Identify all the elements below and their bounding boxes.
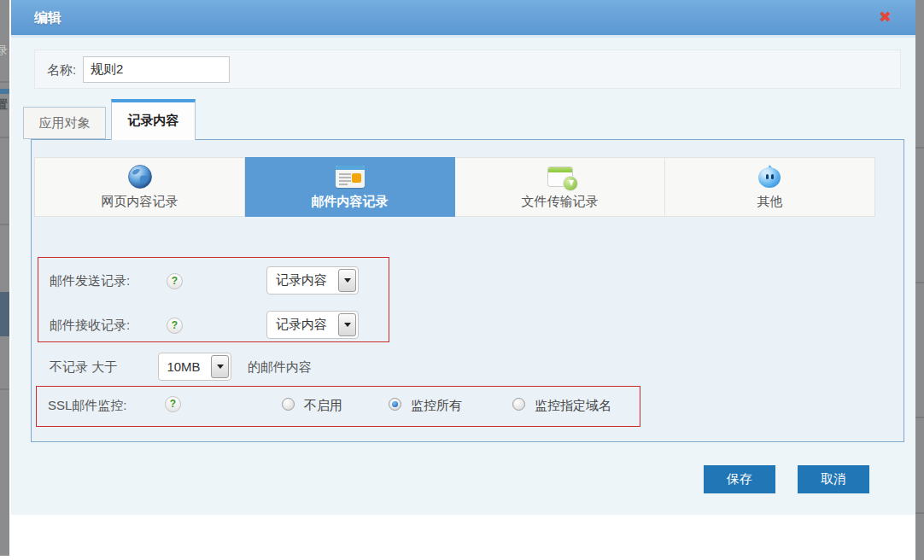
background-page-right-strip bbox=[915, 0, 924, 560]
help-icon[interactable]: ? bbox=[165, 396, 181, 412]
mail-send-dropdown-value: 记录内容 bbox=[267, 267, 336, 294]
dialog-title: 编辑 bbox=[34, 9, 61, 27]
screen: 录 置 编辑 ✖ 名称: 应用对象 记录内容 bbox=[0, 0, 924, 560]
icon-tab-label: 其他 bbox=[757, 194, 783, 210]
background-selected-row bbox=[0, 292, 9, 336]
cancel-button[interactable]: 取消 bbox=[798, 465, 869, 493]
dialog-titlebar: 编辑 ✖ bbox=[11, 0, 915, 38]
mail-receive-dropdown[interactable]: 记录内容 bbox=[266, 311, 359, 339]
background-divider bbox=[0, 388, 9, 390]
background-divider bbox=[915, 512, 924, 514]
size-limit-dropdown[interactable]: 10MB bbox=[158, 353, 231, 381]
chevron-down-icon[interactable] bbox=[338, 313, 356, 336]
ssl-monitor-label: SSL邮件监控: bbox=[48, 398, 127, 414]
chat-bubble-icon bbox=[758, 161, 782, 192]
icon-tab-label: 网页内容记录 bbox=[102, 194, 178, 210]
edit-dialog: 编辑 ✖ 名称: 应用对象 记录内容 bbox=[11, 0, 915, 515]
mail-icon bbox=[336, 161, 365, 192]
chevron-down-icon[interactable] bbox=[338, 269, 356, 292]
icon-tab-file-transfer[interactable]: 文件传输记录 bbox=[455, 157, 665, 217]
background-page-left-strip: 录 置 bbox=[0, 0, 9, 556]
name-input[interactable] bbox=[83, 56, 230, 83]
background-divider bbox=[0, 81, 9, 83]
background-divider bbox=[0, 224, 9, 225]
background-divider bbox=[915, 282, 924, 283]
globe-icon bbox=[126, 161, 154, 192]
radio-ssl-monitor-all-label[interactable]: 监控所有 bbox=[411, 398, 462, 414]
tab-record-content[interactable]: 记录内容 bbox=[111, 99, 196, 140]
mail-receive-dropdown-value: 记录内容 bbox=[267, 312, 336, 338]
help-icon[interactable]: ? bbox=[167, 318, 183, 334]
background-text-fragment: 录 bbox=[0, 43, 8, 58]
save-button[interactable]: 保存 bbox=[704, 465, 775, 493]
icon-tab-label: 文件传输记录 bbox=[522, 194, 599, 210]
background-divider bbox=[915, 147, 924, 149]
radio-ssl-disabled-label[interactable]: 不启用 bbox=[304, 398, 342, 414]
icon-tab-other[interactable]: 其他 bbox=[665, 157, 875, 217]
size-rule-suffix: 的邮件内容 bbox=[248, 359, 312, 376]
icon-tab-mail-content[interactable]: 邮件内容记录 bbox=[245, 157, 455, 217]
mail-send-dropdown[interactable]: 记录内容 bbox=[266, 266, 359, 295]
radio-ssl-monitor-domains[interactable] bbox=[512, 398, 525, 411]
radio-ssl-monitor-domains-label[interactable]: 监控指定域名 bbox=[535, 398, 611, 414]
tab-apply-target[interactable]: 应用对象 bbox=[23, 107, 106, 139]
name-label: 名称: bbox=[47, 62, 76, 79]
name-panel: 名称: bbox=[34, 50, 901, 89]
background-text-fragment: 置 bbox=[0, 97, 8, 113]
chevron-down-icon[interactable] bbox=[211, 355, 229, 378]
background-divider bbox=[915, 417, 924, 418]
record-type-tabbar: 网页内容记录 邮件内容记录 文件传输记录 其他 bbox=[34, 157, 875, 217]
mail-receive-label: 邮件接收记录: bbox=[50, 318, 130, 334]
size-rule-prefix: 不记录 大于 bbox=[50, 359, 117, 376]
file-transfer-icon bbox=[547, 161, 573, 192]
close-icon[interactable]: ✖ bbox=[879, 9, 892, 26]
help-icon[interactable]: ? bbox=[167, 273, 183, 289]
mail-send-label: 邮件发送记录: bbox=[50, 273, 130, 289]
icon-tab-label: 邮件内容记录 bbox=[312, 194, 389, 210]
background-divider bbox=[0, 137, 9, 138]
size-limit-dropdown-value: 10MB bbox=[159, 353, 208, 380]
icon-tab-web-content[interactable]: 网页内容记录 bbox=[34, 157, 245, 217]
radio-ssl-disabled[interactable] bbox=[282, 398, 295, 411]
background-highlight-line bbox=[0, 89, 9, 94]
radio-ssl-monitor-all[interactable] bbox=[389, 398, 401, 411]
